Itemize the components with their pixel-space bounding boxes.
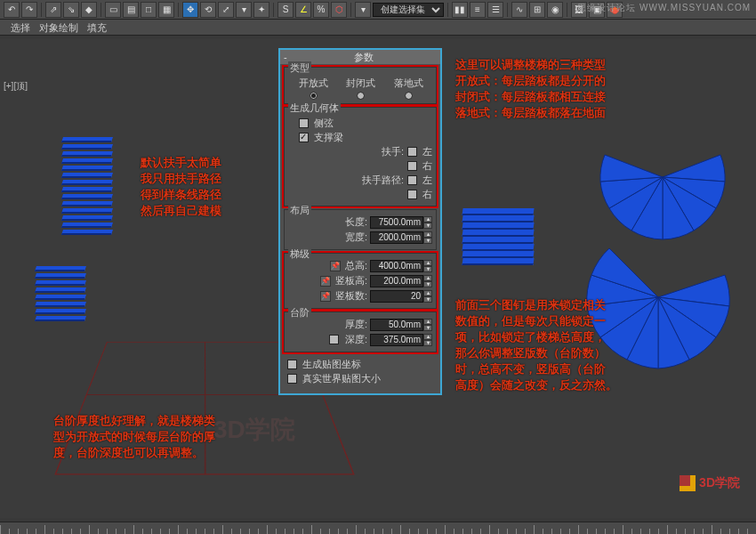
logo-3d-college: 3D学院 <box>680 475 740 491</box>
input-thickness[interactable] <box>370 319 423 331</box>
tool-percent-snap-icon[interactable]: % <box>313 2 329 18</box>
preview-stairs-open2 <box>36 266 85 323</box>
group-steps: 台阶 厚度:▴▾ 深度:▴▾ <box>284 312 437 352</box>
group-rise-label: 梯级 <box>288 247 311 261</box>
preview-stairs-spiral1 <box>596 110 729 244</box>
pin-riser-ht-icon[interactable]: 📌 <box>320 276 331 287</box>
input-width[interactable] <box>370 231 423 244</box>
tool-spinner-snap-icon[interactable]: ⬡ <box>331 2 347 18</box>
tool-unlink-icon[interactable]: ⇘ <box>63 2 79 18</box>
chk-handrail-right[interactable] <box>407 161 417 171</box>
tool-window-cross-icon[interactable]: ▦ <box>158 2 174 18</box>
input-riser-count[interactable] <box>370 290 423 303</box>
chk-stringers[interactable] <box>299 118 309 128</box>
group-type-label: 类型 <box>288 61 311 75</box>
input-depth[interactable] <box>370 334 423 346</box>
ribbon-tab-fill[interactable]: 填充 <box>87 21 107 33</box>
tool-align-icon[interactable]: ≡ <box>470 2 486 18</box>
spin-up-icon[interactable]: ▴ <box>423 216 432 222</box>
time-ruler[interactable] <box>0 522 756 534</box>
radio-open[interactable]: 开放式 <box>290 77 337 100</box>
radio-box[interactable]: 落地式 <box>385 77 432 100</box>
tool-manip-icon[interactable]: ✦ <box>253 2 269 18</box>
chk-gen-map-coords[interactable] <box>287 360 297 369</box>
group-rise: 梯级 📌总高:▴▾ 📌竖板高:▴▾ 📌竖板数:▴▾ <box>284 253 437 309</box>
preview-stairs-closed <box>462 208 534 265</box>
tool-snap-icon[interactable]: S <box>277 2 294 18</box>
tool-angle-snap-icon[interactable]: ∠ <box>295 2 311 18</box>
tool-rect-select-icon[interactable]: □ <box>141 2 157 18</box>
watermark-text: 思缘设计论坛 WWW.MISSYUAN.COM <box>577 2 751 14</box>
tool-material-icon[interactable]: ◉ <box>547 2 563 18</box>
group-type: 类型 开放式 封闭式 落地式 <box>284 67 437 104</box>
tool-undo-icon[interactable]: ↶ <box>4 2 20 18</box>
tool-select-name-icon[interactable]: ▤ <box>123 2 139 18</box>
spin-down-icon[interactable]: ▾ <box>423 222 432 229</box>
chk-depth[interactable] <box>329 335 339 344</box>
tool-sel-set-icon[interactable]: ▾ <box>355 2 371 18</box>
params-panel: -参数 类型 开放式 封闭式 落地式 生成几何体 侧弦 支撑梁 扶手:左 右 扶… <box>278 48 442 395</box>
annotation-right-top: 这里可以调整楼梯的三种类型 开放式：每层踏板都是分开的 封闭式：每层踏板都相互连… <box>455 57 722 121</box>
tool-redo-icon[interactable]: ↷ <box>21 2 37 18</box>
tool-scale-icon[interactable]: ⤢ <box>218 2 234 18</box>
radio-closed[interactable]: 封闭式 <box>337 77 384 100</box>
tool-layers-icon[interactable]: ☰ <box>487 2 503 18</box>
tool-curve-editor-icon[interactable]: ∿ <box>511 2 527 18</box>
tool-mirror-icon[interactable]: ▮▮ <box>452 2 468 18</box>
annotation-left: 默认扶手太简单 我只用扶手路径 得到样条线路径 然后再自己建模 <box>141 155 265 219</box>
ribbon-tab-paint[interactable]: 对象绘制 <box>39 21 78 33</box>
group-generate-geom: 生成几何体 侧弦 支撑梁 扶手:左 右 扶手路径:左 右 <box>284 107 437 206</box>
chk-carriage[interactable] <box>299 133 309 142</box>
group-layout-label: 布局 <box>288 204 311 217</box>
input-riser-height[interactable] <box>370 275 423 287</box>
tool-link-icon[interactable]: ⇗ <box>45 2 61 18</box>
input-overall-height[interactable] <box>370 260 423 272</box>
preview-stairs-open <box>62 137 112 237</box>
chk-real-world-map[interactable] <box>287 374 297 384</box>
chk-railpath-left[interactable] <box>407 175 417 185</box>
annotation-bottom: 台阶厚度也好理解，就是楼梯类 型为开放式的时候每层台阶的厚 度，台阶深度也可以再… <box>53 413 276 461</box>
pin-riser-ct-icon[interactable]: 📌 <box>320 291 331 302</box>
annotation-right-mid: 前面三个图钉是用来锁定相关 数值的，但是每次只能锁定一 项，比如锁定了楼梯总高度… <box>455 297 731 393</box>
group-layout: 布局 长度:▴▾ 宽度:▴▾ <box>284 209 437 250</box>
ribbon-bar: 选择 对象绘制 填充 <box>0 20 756 36</box>
tool-rotate-icon[interactable]: ⟲ <box>200 2 216 18</box>
tool-schematic-icon[interactable]: ⊞ <box>529 2 545 18</box>
tool-move-icon[interactable]: ✥ <box>182 2 198 18</box>
group-gen-label: 生成几何体 <box>288 101 341 115</box>
chk-handrail-left[interactable] <box>407 147 417 157</box>
ribbon-tab-select[interactable]: 选择 <box>11 21 30 33</box>
tool-select-icon[interactable]: ▭ <box>105 2 121 18</box>
input-length[interactable] <box>370 216 423 229</box>
group-steps-label: 台阶 <box>288 306 311 320</box>
tool-refsys-icon[interactable]: ▾ <box>236 2 252 18</box>
viewport-label[interactable]: [+][顶] <box>4 80 28 93</box>
tool-bind-icon[interactable]: ◆ <box>81 2 97 18</box>
selection-set-dropdown[interactable]: 创建选择集 <box>373 3 444 17</box>
pin-overall-icon[interactable]: 📌 <box>330 261 341 271</box>
chk-railpath-right[interactable] <box>407 190 417 199</box>
